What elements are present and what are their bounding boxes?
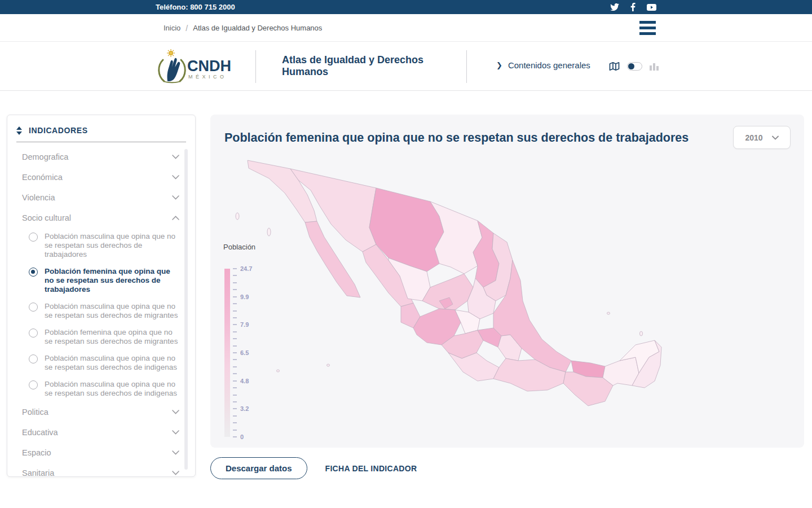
year-select[interactable]: 2010: [733, 126, 791, 149]
radio-unselected-icon: [29, 380, 38, 389]
sidebar-category-politica[interactable]: Politica: [7, 402, 195, 422]
contents-general-link[interactable]: ❯ Contenidos generales: [496, 60, 590, 70]
sidebar-title: INDICADORES: [29, 126, 88, 135]
logo-acronym: CNDH: [187, 58, 231, 75]
phone-number: Teléfono: 800 715 2000: [156, 0, 235, 14]
facebook-icon[interactable]: [628, 3, 638, 11]
map-view-icon[interactable]: [609, 62, 620, 71]
state-baja-california[interactable]: [248, 160, 317, 222]
chart-view-icon[interactable]: [650, 62, 659, 71]
logo-hand: [167, 58, 180, 81]
hamburger-menu-icon[interactable]: [639, 21, 656, 35]
sidebar-category-sanitaria[interactable]: Sanitaria: [7, 463, 195, 483]
sidebar-category-espacio[interactable]: Espacio: [7, 443, 195, 463]
site-title: Atlas de Igualdad y Derechos Humanos: [282, 54, 429, 78]
sidebar-category-demografica[interactable]: Demografica: [7, 147, 195, 167]
map-actions: Descargar datos FICHA DEL INDICADOR: [210, 457, 417, 479]
breadcrumb: Inicio / Atlas de Igualdad y Derechos Hu…: [164, 14, 322, 42]
toggle-knob: [628, 63, 634, 69]
map-chart-toggle[interactable]: [627, 62, 642, 71]
breadcrumb-separator: /: [186, 24, 188, 33]
island-guadalupe: [236, 213, 239, 220]
map-states: [248, 160, 661, 406]
mexico-choropleth-map: [234, 155, 663, 443]
sidebar-scrollbar[interactable]: [184, 149, 188, 470]
state-guerrero[interactable]: [448, 353, 499, 381]
sidebar-category-económica[interactable]: Económica: [7, 167, 195, 187]
year-value: 2010: [745, 133, 762, 142]
state-campeche[interactable]: [603, 357, 639, 386]
chevron-up-icon: [172, 216, 179, 220]
island-mujeres: [607, 312, 610, 314]
chevron-down-icon: [772, 135, 779, 140]
radio-unselected-icon: [29, 354, 38, 364]
chevron-right-icon: ❯: [496, 61, 502, 69]
indicator-radio-item[interactable]: Población femenina que opina que no se r…: [7, 324, 195, 350]
sidebar-category-violencia[interactable]: Violencia: [7, 187, 195, 208]
island-cedros: [267, 228, 271, 236]
download-data-button[interactable]: Descargar datos: [210, 457, 307, 479]
site-header: CNDH MÉXICO Atlas de Igualdad y Derechos…: [0, 42, 812, 91]
social-links: [610, 0, 656, 14]
top-phone-bar: Teléfono: 800 715 2000: [0, 0, 812, 14]
category-list-top: DemograficaEconómicaViolenciaSocio cultu…: [7, 147, 195, 228]
header-divider-left: [255, 50, 256, 83]
indicator-list: Población masculina que opina que no se …: [7, 228, 195, 402]
indicator-radio-item[interactable]: Población masculina que opina que no se …: [7, 376, 195, 402]
header-divider-right: [466, 50, 467, 83]
island-marias-1: [277, 370, 280, 372]
island-marias-2: [327, 364, 330, 366]
chevron-down-icon: [172, 450, 179, 455]
breadcrumb-bar: Inicio / Atlas de Igualdad y Derechos Hu…: [0, 14, 812, 42]
breadcrumb-home-link[interactable]: Inicio: [164, 24, 180, 32]
twitter-icon[interactable]: [610, 3, 619, 11]
indicator-radio-item[interactable]: Población masculina que opina que no se …: [7, 350, 195, 376]
indicator-radio-item[interactable]: Población masculina que opina que no se …: [7, 298, 195, 324]
indicator-radio-item[interactable]: Población femenina que opina que no se r…: [7, 263, 195, 298]
indicator-radio-item[interactable]: Población masculina que opina que no se …: [7, 228, 195, 263]
indicator-sheet-link[interactable]: FICHA DEL INDICADOR: [325, 464, 417, 473]
legend-gradient-bar: [224, 269, 230, 437]
chevron-down-icon: [172, 471, 179, 475]
radio-unselected-icon: [29, 303, 38, 312]
chevron-down-icon: [172, 175, 179, 179]
sidebar-scroll-area: DemograficaEconómicaViolenciaSocio cultu…: [7, 142, 195, 483]
sidebar-category-socio-cultural[interactable]: Socio cultural: [7, 208, 195, 228]
radio-selected-icon: [29, 268, 38, 277]
cndh-logo[interactable]: CNDH MÉXICO: [156, 49, 235, 84]
chevron-down-icon: [172, 410, 179, 414]
breadcrumb-current: Atlas de Igualdad y Derechos Humanos: [193, 24, 322, 32]
view-switcher: [609, 62, 659, 71]
island-cozumel: [640, 331, 643, 336]
sort-icon[interactable]: [16, 126, 22, 135]
logo-country: MÉXICO: [188, 74, 227, 80]
contents-general-label: Contenidos generales: [508, 60, 590, 70]
indicator-title: Población femenina que opina que no se r…: [224, 131, 721, 145]
chevron-down-icon: [172, 430, 179, 435]
map-panel: Población femenina que opina que no se r…: [210, 115, 804, 448]
chevron-down-icon: [172, 195, 179, 200]
indicators-sidebar: INDICADORES DemograficaEconómicaViolenci…: [7, 115, 196, 477]
sidebar-category-educativa[interactable]: Educativa: [7, 422, 195, 443]
chevron-down-icon: [172, 155, 179, 159]
radio-unselected-icon: [29, 329, 38, 338]
sidebar-header: INDICADORES: [7, 115, 195, 142]
youtube-icon[interactable]: [647, 3, 656, 11]
category-list-bottom: PoliticaEducativaEspacioSanitaria: [7, 402, 195, 483]
logo-sun: [167, 49, 175, 57]
radio-unselected-icon: [29, 233, 38, 242]
